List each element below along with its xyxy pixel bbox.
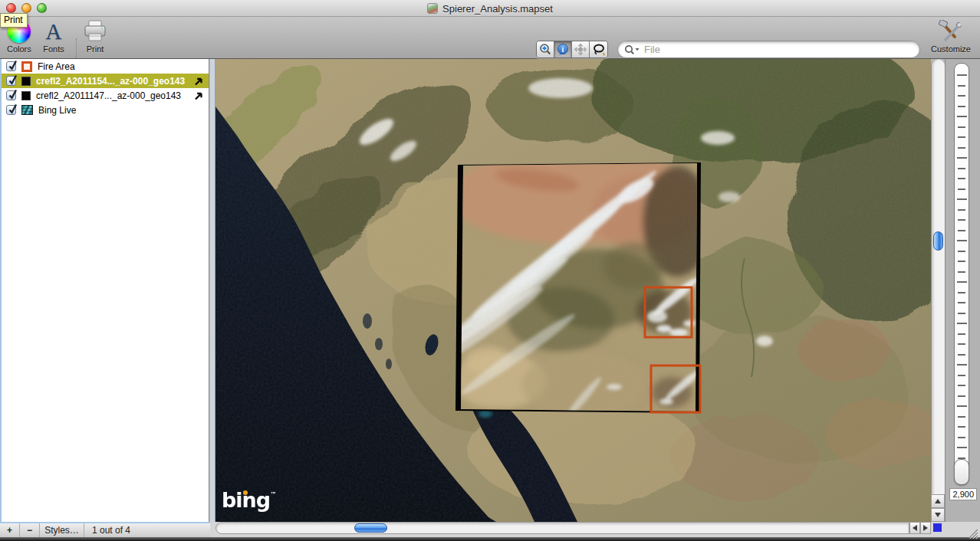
vertical-scroll-arrows xyxy=(931,494,945,522)
layer-visibility-checkbox[interactable] xyxy=(6,90,16,100)
fonts-button[interactable]: A Fonts xyxy=(40,20,67,54)
map-tools-segmented-control: i xyxy=(536,41,608,58)
layer-label: Fire Area xyxy=(38,61,75,72)
fonts-icon: A xyxy=(46,20,62,43)
scroll-left-button[interactable] xyxy=(909,522,920,534)
layer-label: crefl2_A2011147..._az-000_geo143 xyxy=(36,90,181,101)
layer-count-status: 1 out of 4 xyxy=(84,523,130,537)
layer-label: Bing Live xyxy=(38,105,76,116)
layer-list[interactable]: Fire Area crefl2_A2011154..._az-000_geo1… xyxy=(0,59,209,522)
down-arrow-icon xyxy=(935,513,941,517)
layer-visibility-checkbox[interactable] xyxy=(6,105,16,115)
zoom-ruler[interactable] xyxy=(954,63,969,485)
panel-divider xyxy=(210,59,215,522)
application-window: Spierer_Analysis.mapset Colors A Fonts xyxy=(0,0,980,541)
checkmark-icon xyxy=(7,59,18,71)
search-icon[interactable] xyxy=(624,44,641,55)
window-title-group: Spierer_Analysis.mapset xyxy=(0,0,980,17)
left-arrow-icon xyxy=(913,525,917,531)
search-input[interactable] xyxy=(644,44,913,55)
print-tooltip: Print xyxy=(0,13,28,28)
up-arrow-icon xyxy=(935,499,941,503)
zoom-tool-button[interactable] xyxy=(537,41,554,57)
vertical-scrollbar-thumb[interactable] xyxy=(933,231,943,251)
layer-row[interactable]: crefl2_A2011147..._az-000_geo143 xyxy=(2,88,209,103)
info-tool-button[interactable]: i xyxy=(554,41,572,57)
svg-text:i: i xyxy=(562,45,564,54)
customize-tools-icon xyxy=(938,20,964,43)
layer-row[interactable]: Fire Area xyxy=(2,59,209,74)
external-link-arrow-icon[interactable] xyxy=(193,76,204,87)
bing-logo-dot xyxy=(243,490,248,495)
lasso-tool-button[interactable] xyxy=(590,41,607,57)
external-link-arrow-icon[interactable] xyxy=(193,90,204,101)
add-layer-button[interactable]: + xyxy=(0,523,20,537)
horizontal-scrollbar-thumb[interactable] xyxy=(354,523,387,533)
resize-grip[interactable] xyxy=(965,526,978,539)
black-swatch xyxy=(21,77,31,86)
customize-button[interactable]: Customize xyxy=(926,20,975,54)
window-title: Spierer_Analysis.mapset xyxy=(442,3,553,15)
layer-row[interactable]: Bing Live xyxy=(2,103,209,117)
layer-panel-toolbar: + − Styles… 1 out of 4 xyxy=(0,522,210,537)
pan-move-icon xyxy=(574,43,587,56)
map-scale-field[interactable]: 2,900 xyxy=(949,488,977,500)
checkmark-icon xyxy=(7,88,18,100)
vertical-scrollbar[interactable] xyxy=(931,59,945,522)
checkmark-icon xyxy=(7,74,18,86)
zoom-ruler-thumb[interactable] xyxy=(954,459,969,485)
scroll-right-button[interactable] xyxy=(920,522,931,534)
styles-button[interactable]: Styles… xyxy=(40,523,84,537)
zoom-magnifier-icon xyxy=(538,43,552,56)
lasso-tool-icon xyxy=(592,43,606,56)
horizontal-scroll-arrows xyxy=(909,522,931,534)
window-bottom-edge xyxy=(0,537,980,541)
trademark-symbol: ™ xyxy=(270,491,276,498)
search-field[interactable] xyxy=(617,41,920,58)
printer-icon xyxy=(83,20,107,43)
pan-tool-button[interactable] xyxy=(572,41,590,57)
print-button[interactable]: Print xyxy=(81,20,109,54)
title-bar[interactable]: Spierer_Analysis.mapset xyxy=(0,0,980,17)
zoom-control-gutter: 2,900 xyxy=(945,59,980,522)
layer-visibility-checkbox[interactable] xyxy=(6,76,16,86)
black-swatch xyxy=(21,91,31,100)
map-viewport[interactable]: bing™ xyxy=(215,59,931,522)
orange-outline-swatch xyxy=(21,61,32,72)
checkmark-icon xyxy=(7,103,18,115)
scroll-up-button[interactable] xyxy=(931,494,945,508)
document-icon xyxy=(427,3,438,14)
scroll-down-button[interactable] xyxy=(931,508,945,522)
layer-row[interactable]: crefl2_A2011154..._az-000_geo143 xyxy=(2,74,209,88)
remove-layer-button[interactable]: − xyxy=(20,523,40,537)
scroll-corner-widget[interactable] xyxy=(933,523,942,532)
bing-map-thumbnail xyxy=(21,105,33,115)
bing-attribution: bing™ xyxy=(222,488,276,512)
toolbar: Colors A Fonts Print xyxy=(0,17,980,59)
layer-label: crefl2_A2011154..._az-000_geo143 xyxy=(36,76,185,87)
info-tool-icon: i xyxy=(556,43,570,56)
right-arrow-icon xyxy=(923,525,928,531)
layer-visibility-checkbox[interactable] xyxy=(6,61,16,71)
horizontal-scrollbar[interactable] xyxy=(215,522,909,534)
map-canvas[interactable] xyxy=(215,59,931,522)
